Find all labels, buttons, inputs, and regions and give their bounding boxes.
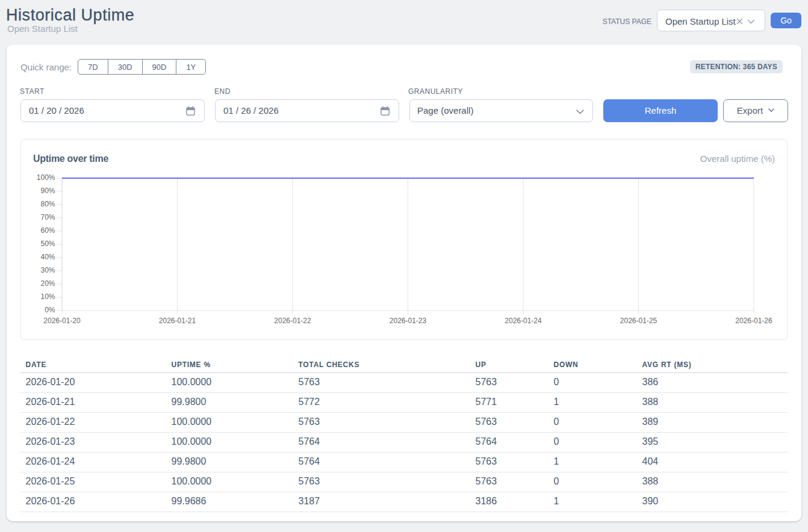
svg-text:70%: 70% — [40, 213, 55, 221]
svg-text:80%: 80% — [40, 200, 55, 208]
svg-text:90%: 90% — [40, 187, 55, 195]
svg-text:2026-01-23: 2026-01-23 — [390, 317, 427, 325]
svg-text:2026-01-24: 2026-01-24 — [505, 317, 542, 325]
svg-text:40%: 40% — [40, 253, 55, 261]
svg-text:2026-01-20: 2026-01-20 — [43, 317, 81, 325]
svg-text:50%: 50% — [40, 240, 55, 248]
svg-text:100%: 100% — [37, 173, 55, 182]
svg-text:30%: 30% — [40, 266, 55, 274]
svg-text:10%: 10% — [40, 292, 55, 301]
svg-text:0%: 0% — [45, 306, 55, 314]
svg-text:60%: 60% — [40, 226, 55, 235]
svg-text:2026-01-26: 2026-01-26 — [735, 317, 772, 325]
svg-text:2026-01-21: 2026-01-21 — [159, 317, 196, 325]
svg-text:2026-01-25: 2026-01-25 — [620, 317, 657, 325]
svg-text:2026-01-22: 2026-01-22 — [274, 317, 311, 325]
svg-text:20%: 20% — [40, 279, 55, 288]
